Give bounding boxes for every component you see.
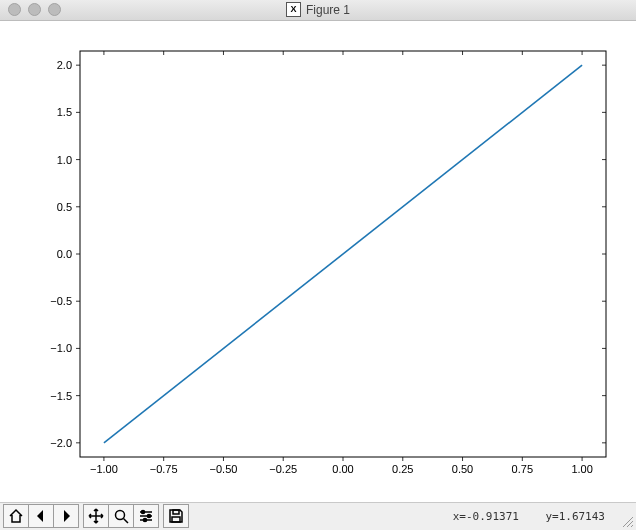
svg-text:0.75: 0.75 xyxy=(512,463,533,475)
svg-point-57 xyxy=(147,515,150,518)
svg-text:−0.25: −0.25 xyxy=(269,463,297,475)
figure-canvas[interactable]: −1.00−0.75−0.50−0.250.000.250.500.751.00… xyxy=(0,21,636,502)
x11-app-icon: X xyxy=(286,2,301,17)
arrow-right-icon xyxy=(58,508,74,524)
svg-text:0.50: 0.50 xyxy=(452,463,473,475)
svg-text:0.5: 0.5 xyxy=(57,201,72,213)
home-icon xyxy=(8,508,24,524)
svg-point-58 xyxy=(143,519,146,522)
resize-grip[interactable] xyxy=(620,514,634,528)
configure-subplots-button[interactable] xyxy=(133,505,158,527)
svg-point-56 xyxy=(141,511,144,514)
window-title: Figure 1 xyxy=(306,3,350,17)
sliders-icon xyxy=(138,508,154,524)
svg-text:1.0: 1.0 xyxy=(57,153,72,165)
svg-text:2.0: 2.0 xyxy=(57,59,72,71)
svg-text:−1.0: −1.0 xyxy=(50,342,72,354)
svg-text:−1.5: −1.5 xyxy=(50,390,72,402)
svg-text:0.0: 0.0 xyxy=(57,248,72,260)
pan-button[interactable] xyxy=(84,505,108,527)
svg-text:1.00: 1.00 xyxy=(571,463,592,475)
svg-rect-59 xyxy=(173,510,179,514)
move-icon xyxy=(88,508,104,524)
svg-text:0.25: 0.25 xyxy=(392,463,413,475)
window-titlebar: X Figure 1 xyxy=(0,0,636,21)
forward-button[interactable] xyxy=(53,505,78,527)
svg-text:1.5: 1.5 xyxy=(57,106,72,118)
svg-text:0.00: 0.00 xyxy=(332,463,353,475)
zoom-window-button[interactable] xyxy=(48,3,61,16)
save-button[interactable] xyxy=(164,505,188,527)
svg-point-55 xyxy=(116,511,125,520)
svg-text:−0.75: −0.75 xyxy=(150,463,178,475)
arrow-left-icon xyxy=(33,508,49,524)
svg-rect-60 xyxy=(172,517,180,522)
close-window-button[interactable] xyxy=(8,3,21,16)
svg-text:−2.0: −2.0 xyxy=(50,437,72,449)
window-controls xyxy=(8,3,61,16)
navigation-toolbar: x=-0.91371 y=1.67143 xyxy=(0,502,636,530)
svg-text:−1.00: −1.00 xyxy=(90,463,118,475)
cursor-coordinates: x=-0.91371 y=1.67143 xyxy=(453,510,605,523)
chart-plot: −1.00−0.75−0.50−0.250.000.250.500.751.00… xyxy=(0,21,636,499)
svg-text:−0.5: −0.5 xyxy=(50,295,72,307)
minimize-window-button[interactable] xyxy=(28,3,41,16)
magnifier-icon xyxy=(113,508,129,524)
svg-text:−0.50: −0.50 xyxy=(210,463,238,475)
home-button[interactable] xyxy=(4,505,28,527)
zoom-button[interactable] xyxy=(108,505,133,527)
back-button[interactable] xyxy=(28,505,53,527)
save-icon xyxy=(168,508,184,524)
